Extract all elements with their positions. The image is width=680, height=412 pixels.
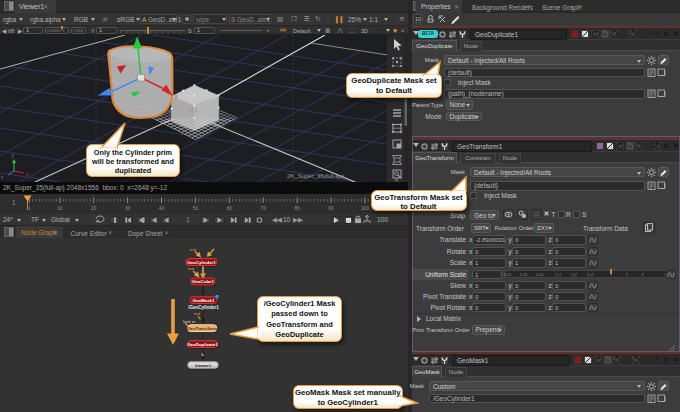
svg-text:10: 10 <box>57 206 63 211</box>
svg-text:look in: look in <box>183 319 196 324</box>
svg-text:60: 60 <box>227 206 233 211</box>
svg-text:2K_Super_35(full-ap): 2K_Super_35(full-ap) <box>287 173 344 179</box>
svg-text:GeoCylinder1: GeoCylinder1 <box>187 260 216 265</box>
svg-text:1: 1 <box>12 199 16 206</box>
svg-text:/GeoCylinder1: /GeoCylinder1 <box>188 305 219 310</box>
svg-text:GeoMask1: GeoMask1 <box>193 298 216 303</box>
svg-text:0.1: 0.1 <box>190 107 198 113</box>
svg-text:GeoCube1: GeoCube1 <box>192 279 215 284</box>
svg-text:GeoDuplicate1: GeoDuplicate1 <box>187 342 218 347</box>
svg-text:out: out <box>188 266 195 271</box>
svg-text:1: 1 <box>28 206 31 211</box>
svg-text:50: 50 <box>193 206 199 211</box>
svg-text:90: 90 <box>328 206 334 211</box>
svg-text:out: out <box>194 311 201 316</box>
svg-text:70: 70 <box>261 206 267 211</box>
svg-text:80: 80 <box>294 206 300 211</box>
svg-text:30: 30 <box>125 206 131 211</box>
svg-text:20: 20 <box>91 206 97 211</box>
svg-text:100: 100 <box>361 206 369 211</box>
svg-text:out: out <box>190 247 197 252</box>
svg-text:40: 40 <box>159 206 165 211</box>
svg-text:GeoTransform: GeoTransform <box>187 326 217 331</box>
